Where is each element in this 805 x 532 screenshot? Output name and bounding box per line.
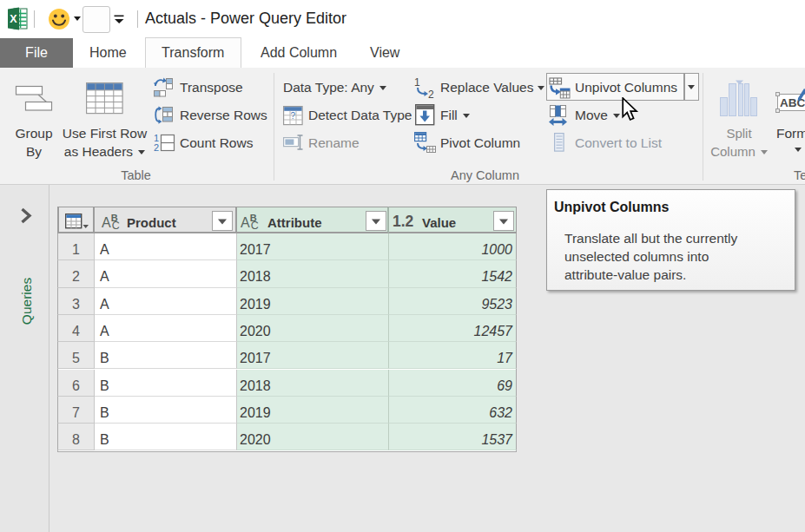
svg-text:X: X (10, 13, 17, 25)
svg-text:2: 2 (154, 142, 159, 153)
svg-text:?: ? (291, 111, 296, 121)
svg-text:2: 2 (428, 89, 434, 99)
svg-text:1: 1 (414, 77, 420, 89)
